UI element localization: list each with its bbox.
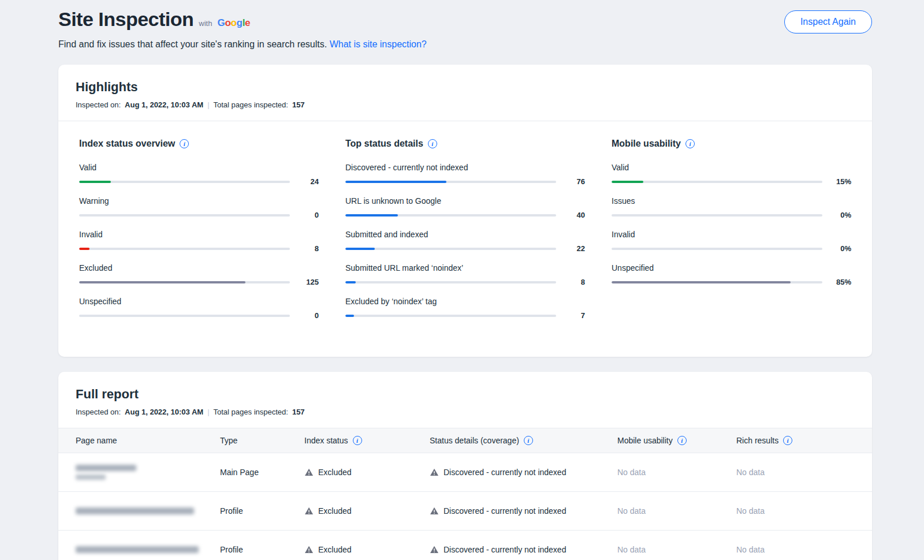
table-header-label: Mobile usability <box>617 436 673 445</box>
metric-label: Unspecified <box>612 263 851 272</box>
inspected-on-value: Aug 1, 2022, 10:03 AM <box>125 100 203 109</box>
mobile-usability-value: No data <box>617 545 736 554</box>
info-icon[interactable] <box>783 436 792 445</box>
metric-label: Warning <box>79 196 319 206</box>
table-header-label: Rich results <box>736 436 778 445</box>
info-icon[interactable] <box>685 139 695 148</box>
highlights-sections: Index status overview Valid 24 Warning 0… <box>58 121 872 357</box>
metric-label: Invalid <box>612 230 851 239</box>
metric-row: Excluded by ‘noindex’ tag 7 <box>345 297 585 320</box>
total-pages-value: 157 <box>292 408 305 416</box>
progress-bar <box>612 248 822 250</box>
rich-results-value: No data <box>736 545 855 554</box>
google-logo-letter: g <box>237 17 243 28</box>
highlights-meta: Inspected on: Aug 1, 2022, 10:03 AM | To… <box>76 100 855 109</box>
metric-row: Excluded 125 <box>79 263 319 286</box>
table-header-cell: Status details (coverage) <box>430 436 617 445</box>
table-header-cell: Mobile usability <box>617 436 736 445</box>
blurred-page-name <box>76 465 136 471</box>
status-details-label: Discovered - currently not indexed <box>444 468 566 477</box>
progress-bar <box>79 181 290 183</box>
info-icon[interactable] <box>180 139 189 148</box>
metric-value: 7 <box>564 311 585 320</box>
progress-bar-fill <box>345 315 354 317</box>
report-table-body: Main Page Excluded Discovered - currentl… <box>58 453 872 560</box>
highlight-section: Top status details Discovered - currentl… <box>345 139 585 330</box>
google-logo-letter: o <box>225 17 230 28</box>
blurred-page-name <box>76 507 194 514</box>
progress-bar <box>612 214 822 216</box>
highlight-section: Mobile usability Valid 15% Issues 0% Inv… <box>612 139 851 330</box>
index-status-label: Excluded <box>318 545 352 554</box>
progress-bar-fill <box>345 214 398 216</box>
metric-row: Valid 24 <box>79 163 319 186</box>
page-type: Profile <box>220 545 304 554</box>
page-content: Site Inspection with Google Find and fix… <box>58 0 872 560</box>
meta-divider: | <box>207 100 209 109</box>
page-subtitle: Find and fix issues that affect your sit… <box>58 39 427 50</box>
total-pages-value: 157 <box>292 100 305 109</box>
blurred-page-name-group <box>76 544 220 555</box>
info-icon[interactable] <box>677 436 687 445</box>
progress-bar-fill <box>79 248 90 250</box>
status-details-cell: Discovered - currently not indexed <box>430 506 617 516</box>
table-header-label: Status details (coverage) <box>430 436 519 445</box>
metric-row: Submitted URL marked ‘noindex’ 8 <box>345 263 585 286</box>
rich-results-value: No data <box>736 468 855 477</box>
google-logo-letter: e <box>245 17 250 28</box>
table-header-cell: Rich results <box>736 436 855 445</box>
status-details-cell: Discovered - currently not indexed <box>430 545 617 554</box>
progress-bar <box>612 281 822 283</box>
progress-bar <box>345 315 556 317</box>
section-title: Index status overview <box>79 139 175 149</box>
metric-row: Invalid 8 <box>79 230 319 253</box>
table-row[interactable]: Profile Excluded Discovered - currently … <box>58 492 872 531</box>
metric-row: Unspecified 0 <box>79 297 319 320</box>
what-is-site-inspection-link[interactable]: What is site inspection? <box>330 39 427 49</box>
inspect-again-button[interactable]: Inspect Again <box>784 10 872 33</box>
blurred-page-name <box>76 546 199 553</box>
inspected-on-label: Inspected on: <box>76 100 121 109</box>
full-report-title: Full report <box>76 387 855 402</box>
subtitle-text: Find and fix issues that affect your sit… <box>58 39 327 49</box>
table-header-label: Page name <box>76 436 117 445</box>
warning-icon <box>430 506 439 516</box>
metric-label: Valid <box>612 163 851 172</box>
progress-bar <box>79 248 290 250</box>
metric-value: 8 <box>298 244 319 253</box>
metric-value: 0% <box>830 211 851 219</box>
table-header-label: Type <box>220 436 237 445</box>
progress-bar-fill <box>612 281 791 283</box>
metric-value: 0 <box>298 311 319 320</box>
progress-bar <box>79 281 290 283</box>
table-row[interactable]: Main Page Excluded Discovered - currentl… <box>58 453 872 492</box>
index-status-cell: Excluded <box>304 506 430 516</box>
metric-row: Warning 0 <box>79 196 319 219</box>
metric-value: 85% <box>830 278 851 286</box>
info-icon[interactable] <box>353 436 362 445</box>
metric-row: Issues 0% <box>612 196 851 219</box>
mobile-usability-value: No data <box>617 506 736 516</box>
progress-bar-fill <box>612 181 643 183</box>
highlights-card: Highlights Inspected on: Aug 1, 2022, 10… <box>58 65 872 357</box>
blurred-page-name <box>76 475 106 480</box>
metric-label: Unspecified <box>79 297 319 306</box>
progress-bar-fill <box>345 281 356 283</box>
progress-bar <box>79 214 290 216</box>
section-rows: Valid 24 Warning 0 Invalid 8 Excluded <box>79 163 319 320</box>
metric-row: Invalid 0% <box>612 230 851 253</box>
metric-value: 8 <box>564 278 585 286</box>
table-row[interactable]: Profile Excluded Discovered - currently … <box>58 531 872 560</box>
info-icon[interactable] <box>524 436 533 445</box>
inspected-on-label: Inspected on: <box>76 408 121 416</box>
info-icon[interactable] <box>428 139 437 148</box>
google-logo-letter: o <box>230 17 236 28</box>
highlight-section: Index status overview Valid 24 Warning 0… <box>79 139 319 330</box>
blurred-page-name-group <box>76 506 220 516</box>
metric-label: Valid <box>79 163 319 172</box>
mobile-usability-value: No data <box>617 468 736 477</box>
metric-value: 24 <box>298 177 319 186</box>
metric-label: Discovered - currently not indexed <box>345 163 585 172</box>
section-rows: Valid 15% Issues 0% Invalid 0% Unspecifi… <box>612 163 851 286</box>
metric-label: Excluded by ‘noindex’ tag <box>345 297 585 306</box>
